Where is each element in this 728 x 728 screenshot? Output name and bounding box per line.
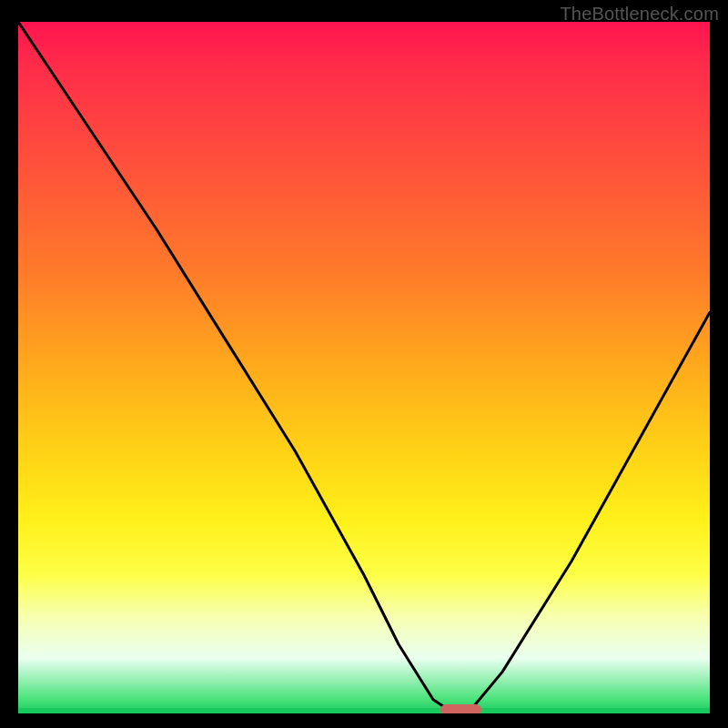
watermark-text: TheBottleneck.com xyxy=(560,4,719,25)
chart-frame: TheBottleneck.com xyxy=(0,0,728,728)
optimal-range-marker xyxy=(440,704,482,713)
plot-shell xyxy=(18,22,710,713)
bottleneck-curve xyxy=(18,22,710,713)
plot-area xyxy=(18,22,710,713)
